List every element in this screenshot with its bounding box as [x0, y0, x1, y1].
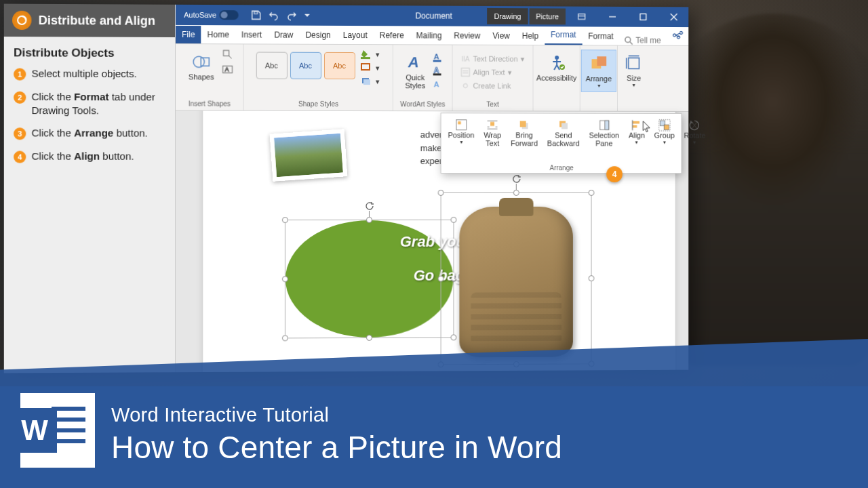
quick-access-toolbar [250, 9, 314, 20]
tab-draw[interactable]: Draw [268, 26, 299, 44]
sidebar-header-title: Distribute and Align [39, 13, 155, 28]
step-text: Click the Format tab under Drawing Tools… [31, 90, 165, 117]
shape-outline-icon[interactable]: ▾ [359, 62, 380, 73]
selected-backpack-picture[interactable] [441, 192, 592, 365]
resize-handle[interactable] [366, 217, 372, 223]
autosave-label: AutoSave [184, 11, 216, 19]
edit-shape-icon[interactable] [221, 48, 235, 60]
svg-rect-43 [561, 123, 568, 129]
shape-style-gallery[interactable]: Abc Abc Abc [256, 52, 355, 80]
svg-rect-17 [363, 79, 370, 85]
svg-rect-33 [456, 120, 467, 130]
accessibility-label: Accessibility [536, 74, 576, 82]
tab-mailings[interactable]: Mailing [410, 26, 448, 44]
position-icon [455, 119, 467, 131]
resize-handle[interactable] [589, 275, 595, 281]
svg-text:A: A [433, 80, 439, 88]
selection-pane-button[interactable]: Selection Pane [585, 117, 623, 174]
tab-help[interactable]: Help [516, 27, 545, 45]
svg-text:IIA: IIA [462, 56, 470, 63]
svg-rect-10 [201, 58, 209, 66]
svg-rect-11 [224, 50, 229, 56]
tab-home[interactable]: Home [201, 26, 235, 43]
tab-view[interactable]: View [486, 27, 515, 45]
resize-handle[interactable] [282, 217, 288, 223]
shape-fill-icon[interactable]: ▾ [359, 49, 380, 60]
context-tab-picture[interactable]: Picture [529, 8, 566, 24]
shapes-gallery-button[interactable]: Shapes [184, 48, 218, 83]
minimize-icon[interactable] [597, 7, 627, 27]
document-title: Document [415, 11, 452, 20]
rotate-handle-icon[interactable] [511, 174, 521, 184]
text-fill-icon[interactable]: A [431, 52, 445, 62]
title-bar: AutoSave Document Drawing Picture [176, 5, 688, 27]
save-icon[interactable] [250, 9, 261, 20]
resize-handle[interactable] [513, 190, 519, 196]
tab-format-drawing[interactable]: Format [545, 26, 582, 45]
tab-file[interactable]: File [176, 26, 201, 43]
position-button[interactable]: Position▾ [444, 116, 479, 173]
tab-layout[interactable]: Layout [337, 26, 374, 44]
quick-styles-button[interactable]: A Quick Styles [400, 49, 430, 92]
rotate-icon [689, 119, 701, 131]
qat-dropdown-icon[interactable] [304, 10, 315, 21]
resize-handle[interactable] [513, 361, 519, 367]
shape-style-swatch[interactable]: Abc [290, 52, 321, 79]
rotate-handle-icon[interactable] [365, 201, 374, 211]
group-button[interactable]: Group▾ [650, 117, 679, 173]
size-button[interactable]: Size ▾ [619, 49, 648, 91]
text-outline-icon[interactable]: A [431, 65, 445, 76]
tab-references[interactable]: Refere [374, 26, 410, 44]
resize-handle[interactable] [282, 335, 288, 341]
tab-design[interactable]: Design [299, 26, 336, 44]
svg-text:A: A [433, 66, 439, 74]
resize-handle[interactable] [366, 335, 372, 341]
resize-handle[interactable] [589, 361, 595, 367]
resize-handle[interactable] [438, 190, 444, 196]
resize-handle[interactable] [282, 276, 288, 282]
tab-insert[interactable]: Insert [235, 26, 268, 43]
backpack-image[interactable] [441, 193, 591, 364]
rotate-button[interactable]: Rotate▾ [680, 117, 710, 173]
resize-handle[interactable] [438, 361, 444, 367]
share-button[interactable] [667, 27, 688, 45]
svg-rect-20 [433, 60, 441, 62]
step-item: 3 Click the Arrange button. [14, 126, 165, 140]
step-text: Click the Arrange button. [31, 126, 147, 140]
ribbon-group-wordart: A Quick Styles A A A WordArt Styles [393, 45, 453, 110]
shape-effects-icon[interactable]: ▾ [359, 76, 380, 87]
align-button[interactable]: Align▾ [625, 117, 649, 173]
arrange-button[interactable]: Arrange ▾ [581, 49, 616, 92]
wrap-text-button[interactable]: Wrap Text [479, 116, 505, 173]
align-icon [631, 119, 643, 131]
toggle-icon[interactable] [219, 10, 238, 20]
shape-style-swatch[interactable]: Abc [323, 52, 355, 79]
sidebar-header: Distribute and Align [4, 4, 175, 37]
ribbon-group-insert-shapes: Shapes A Insert Shapes [176, 44, 244, 110]
tell-me-search[interactable]: Tell me [624, 36, 661, 45]
redo-icon[interactable] [286, 10, 297, 21]
text-box-icon[interactable]: A [221, 63, 235, 75]
resize-handle[interactable] [589, 190, 595, 196]
close-icon[interactable] [659, 7, 688, 27]
context-tab-drawing[interactable]: Drawing [488, 8, 528, 24]
text-effects-icon[interactable]: A [431, 79, 445, 89]
undo-icon[interactable] [269, 9, 279, 20]
tab-review[interactable]: Review [448, 27, 486, 45]
maximize-icon[interactable] [629, 7, 658, 27]
inserted-photo[interactable] [270, 129, 348, 181]
step-badge-4: 4 [606, 166, 623, 182]
accessibility-button[interactable]: Accessibility [532, 49, 580, 85]
svg-rect-15 [361, 64, 369, 70]
step-number-badge: 4 [14, 151, 26, 163]
ribbon-tabs: File Home Insert Draw Design Layout Refe… [176, 25, 688, 46]
step-text: Select multiple objects. [31, 67, 136, 81]
bring-forward-icon [518, 119, 530, 131]
ribbon-display-icon[interactable] [567, 7, 596, 27]
step-number-badge: 1 [14, 68, 26, 80]
resize-handle[interactable] [438, 275, 444, 281]
tab-format-picture[interactable]: Format [582, 27, 619, 45]
shape-style-swatch[interactable]: Abc [256, 52, 287, 79]
autosave-toggle[interactable]: AutoSave [184, 10, 238, 20]
bring-forward-button[interactable]: Bring Forward [507, 116, 542, 173]
